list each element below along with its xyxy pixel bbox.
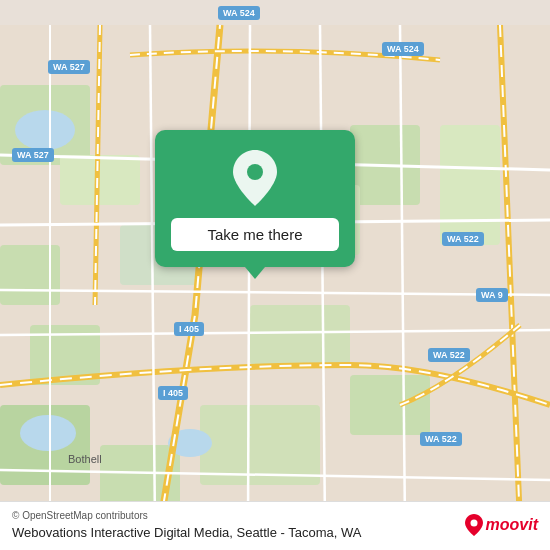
- moovit-logo: moovit: [465, 514, 538, 536]
- svg-rect-9: [440, 125, 500, 245]
- svg-point-15: [20, 415, 76, 451]
- route-badge-i405-lower: I 405: [158, 386, 188, 400]
- route-badge-wa522-lower: WA 522: [420, 432, 462, 446]
- route-badge-wa522-mid: WA 522: [428, 348, 470, 362]
- location-pin-icon: [231, 150, 279, 206]
- location-label: Webovations Interactive Digital Media, S…: [12, 525, 538, 540]
- svg-point-14: [15, 110, 75, 150]
- route-badge-wa524-right: WA 524: [382, 42, 424, 56]
- map-container: WA 524 WA 527 WA 524 WA 527 WA 522 WA 9 …: [0, 0, 550, 550]
- svg-rect-11: [250, 305, 350, 365]
- route-badge-wa522-upper: WA 522: [442, 232, 484, 246]
- route-badge-wa527-left: WA 527: [12, 148, 54, 162]
- moovit-pin-icon: [465, 514, 483, 536]
- moovit-text: moovit: [486, 516, 538, 534]
- route-badge-wa9: WA 9: [476, 288, 508, 302]
- route-badge-wa527-upper: WA 527: [48, 60, 90, 74]
- route-badge-i405-upper: I 405: [174, 322, 204, 336]
- attribution: © OpenStreetMap contributors: [12, 510, 538, 521]
- take-me-there-button[interactable]: Take me there: [171, 218, 339, 251]
- route-badge-wa524-top: WA 524: [218, 6, 260, 20]
- city-label-bothell: Bothell: [68, 453, 102, 465]
- take-me-there-card: Take me there: [155, 130, 355, 267]
- svg-rect-8: [350, 375, 430, 435]
- svg-point-32: [470, 520, 477, 527]
- svg-point-31: [247, 164, 263, 180]
